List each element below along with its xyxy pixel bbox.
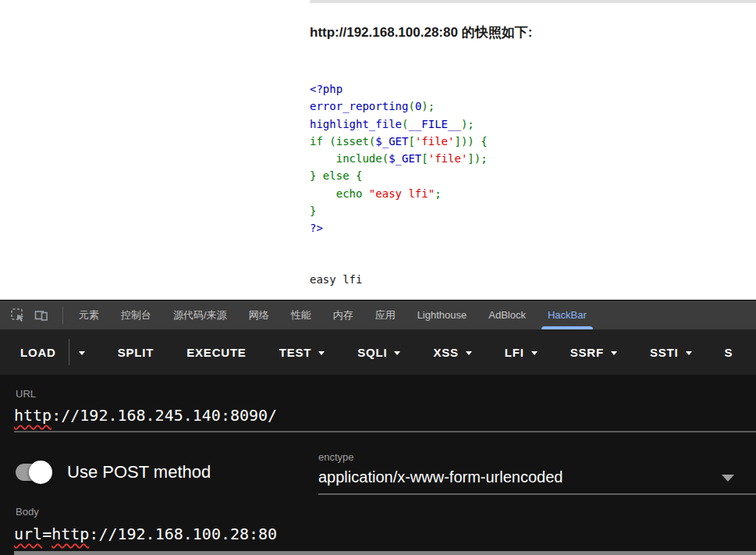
menu-test-button[interactable]: TEST	[279, 346, 325, 359]
tab-源代码/来源[interactable]: 源代码/来源	[162, 301, 238, 329]
code-line: error_reporting(0);	[310, 98, 488, 115]
code-line: <?php	[310, 80, 488, 98]
code-line: if (isset($_GET['file'])) {	[310, 133, 488, 150]
menu-xss-button[interactable]: XSS	[433, 346, 471, 359]
chevron-down-icon	[394, 351, 400, 355]
toggle-switch[interactable]	[16, 464, 51, 481]
inspect-icon[interactable]	[6, 304, 30, 326]
chevron-down-icon	[318, 351, 325, 355]
tab-adblock[interactable]: AdBlock	[477, 301, 537, 329]
body-label: Body	[16, 506, 756, 518]
code-line: highlight_file(__FILE__);	[310, 116, 488, 133]
php-code: <?phperror_reporting(0);highlight_file(_…	[310, 80, 488, 237]
snapshot-top-scrollbar	[310, 0, 756, 3]
menu-s-button[interactable]: S	[725, 346, 733, 359]
tab-lighthouse[interactable]: Lighthouse	[406, 301, 478, 329]
tab-hackbar[interactable]: HackBar	[537, 301, 598, 329]
post-enctype-row: Use POST method enctype application/x-ww…	[0, 451, 756, 500]
chevron-down-icon	[466, 351, 472, 355]
tab-网络[interactable]: 网络	[238, 301, 280, 329]
menu-split-button[interactable]: SPLIT	[118, 346, 154, 359]
devtools-icon-group	[0, 301, 58, 329]
device-toolbar-icon[interactable]	[30, 304, 53, 326]
text-segment: ://192.168.100.28:80	[89, 525, 277, 543]
tab-元素[interactable]: 元素	[68, 301, 110, 329]
tabbar-divider	[62, 307, 63, 324]
split-divider	[69, 339, 69, 365]
menu-execute-button[interactable]: EXECUTE	[186, 346, 246, 359]
misspelled-segment: url	[14, 525, 42, 543]
body-field-group: Body url=http://192.168.100.28:80	[14, 506, 756, 543]
misspelled-segment: http	[14, 406, 51, 425]
hackbar-panel: URL http://192.168.245.140:8090/ Use POS…	[0, 375, 756, 555]
enctype-label: enctype	[318, 451, 756, 463]
snapshot-page-area: http://192.168.100.28:80 的快照如下: <?phperr…	[0, 0, 756, 300]
body-input[interactable]: url=http://192.168.100.28:80	[14, 525, 756, 543]
enctype-field-group: enctype application/x-www-form-urlencode…	[318, 451, 756, 495]
code-line: } else {	[310, 167, 488, 184]
enctype-underline	[318, 493, 756, 495]
menu-ssti-button[interactable]: SSTI	[650, 346, 692, 359]
enctype-value: application/x-www-form-urlencoded	[318, 468, 563, 486]
page: http://192.168.100.28:80 的快照如下: <?phperr…	[0, 0, 756, 555]
use-post-toggle[interactable]: Use POST method	[16, 462, 211, 482]
url-field-group: URL http://192.168.245.140:8090/	[14, 388, 756, 432]
menu-load-button[interactable]: LOAD	[20, 339, 85, 365]
enctype-select[interactable]: application/x-www-form-urlencoded	[318, 468, 756, 486]
menu-ssrf-button[interactable]: SSRF	[570, 346, 617, 359]
menu-lfi-button[interactable]: LFI	[505, 346, 538, 359]
use-post-label: Use POST method	[67, 462, 211, 482]
text-segment: ://192.168.245.140:8090/	[51, 406, 277, 425]
snapshot-output-text: easy lfi	[310, 273, 362, 286]
tab-性能[interactable]: 性能	[280, 301, 322, 329]
code-line: echo "easy lfi";	[310, 185, 488, 202]
url-underline	[14, 431, 756, 432]
snapshot-title: http://192.168.100.28:80 的快照如下:	[310, 23, 532, 41]
chevron-down-icon	[722, 475, 734, 482]
body-underline	[14, 551, 756, 555]
url-label: URL	[16, 388, 756, 400]
menu-sqli-button[interactable]: SQLI	[357, 346, 400, 359]
chevron-down-icon	[531, 351, 538, 355]
code-line: include($_GET['file']);	[310, 150, 488, 167]
code-line: }	[310, 202, 488, 219]
tab-应用[interactable]: 应用	[364, 301, 406, 329]
devtools-tabbar: 元素控制台源代码/来源网络性能内存应用LighthouseAdBlockHack…	[0, 300, 756, 329]
text-segment: =	[42, 525, 51, 543]
tab-控制台[interactable]: 控制台	[110, 301, 162, 329]
code-line: ?>	[310, 219, 488, 237]
chevron-down-icon[interactable]	[79, 351, 85, 355]
url-input[interactable]: http://192.168.245.140:8090/	[14, 406, 756, 425]
devtools-tabs: 元素控制台源代码/来源网络性能内存应用LighthouseAdBlockHack…	[68, 301, 598, 329]
toggle-thumb[interactable]	[29, 461, 52, 484]
chevron-down-icon	[611, 351, 617, 355]
tab-内存[interactable]: 内存	[322, 301, 364, 329]
hackbar-toolbar: LOADSPLITEXECUTETESTSQLIXSSLFISSRFSSTIS	[0, 329, 756, 375]
misspelled-segment: http	[51, 525, 89, 543]
chevron-down-icon	[686, 351, 692, 355]
